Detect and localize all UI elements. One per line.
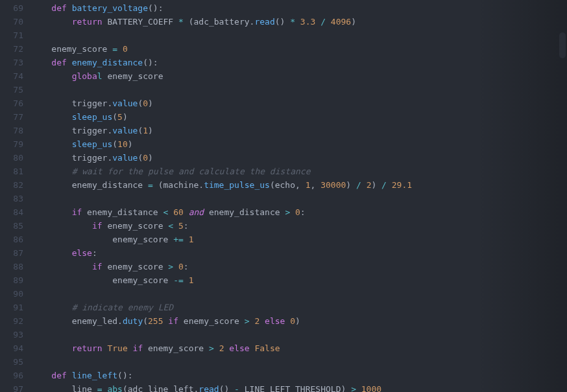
token-pn: enemy_score bbox=[112, 275, 173, 285]
code-line[interactable] bbox=[31, 29, 558, 42]
token-kw: def bbox=[51, 3, 66, 13]
token-call: value bbox=[112, 98, 138, 108]
token-pn: ( bbox=[143, 316, 148, 326]
code-area[interactable]: def battery_voltage(): return BATTERY_CO… bbox=[31, 0, 558, 392]
token-op: / bbox=[381, 180, 387, 190]
line-number: 71 bbox=[0, 29, 23, 42]
token-pn: (machine. bbox=[153, 180, 204, 190]
token-pn: (): bbox=[143, 58, 158, 67]
token-kw: if bbox=[133, 343, 143, 353]
token-pn: , bbox=[311, 180, 321, 190]
code-line[interactable]: sleep_us(10) bbox=[31, 137, 558, 151]
token-pn bbox=[361, 180, 367, 190]
token-op: -= bbox=[173, 275, 184, 285]
line-number: 79 bbox=[0, 137, 23, 151]
token-pn bbox=[184, 207, 189, 217]
token-num: 5 bbox=[178, 221, 184, 231]
token-num: 0 bbox=[123, 44, 128, 54]
token-pn: line bbox=[72, 384, 97, 392]
token-num: 0 bbox=[143, 153, 148, 163]
line-number-gutter: 6970717273747576777879808182838485868788… bbox=[0, 0, 31, 392]
token-pn bbox=[184, 275, 189, 285]
code-line[interactable] bbox=[31, 192, 558, 205]
token-pn bbox=[295, 17, 300, 27]
code-line[interactable] bbox=[31, 355, 558, 369]
code-line[interactable]: def line_left(): bbox=[31, 369, 558, 382]
code-line[interactable]: trigger.value(1) bbox=[31, 124, 558, 137]
line-number: 89 bbox=[0, 273, 23, 287]
token-fn: battery_voltage bbox=[72, 3, 148, 13]
token-num: 1 bbox=[189, 235, 194, 244]
token-pn bbox=[356, 384, 361, 392]
token-pn: : bbox=[92, 248, 97, 258]
token-pn: (): bbox=[148, 3, 163, 13]
token-op: > bbox=[351, 384, 356, 392]
token-pn: enemy_distance bbox=[82, 207, 163, 217]
token-cmt: # indicate enemy LED bbox=[72, 303, 174, 312]
token-call: read bbox=[199, 384, 219, 392]
code-line[interactable]: trigger.value(0) bbox=[31, 97, 558, 110]
token-op: * bbox=[178, 17, 184, 27]
token-pn bbox=[184, 235, 189, 244]
token-op: < bbox=[168, 221, 173, 231]
line-number: 72 bbox=[0, 42, 23, 56]
token-call: sleep_us bbox=[72, 112, 113, 122]
token-pn: enemy_score bbox=[143, 343, 209, 353]
code-line[interactable]: sleep_us(5) bbox=[31, 110, 558, 124]
code-line[interactable]: enemy_led.duty(255 if enemy_score > 2 el… bbox=[31, 314, 558, 328]
token-pn: (adc_battery bbox=[184, 17, 250, 27]
code-line[interactable]: if enemy_score > 0: bbox=[31, 260, 558, 273]
code-line[interactable]: if enemy_distance < 60 and enemy_distanc… bbox=[31, 205, 558, 219]
code-line[interactable]: def enemy_distance(): bbox=[31, 56, 558, 69]
token-kw: return bbox=[72, 343, 103, 353]
token-op: > bbox=[209, 343, 214, 353]
code-line[interactable] bbox=[31, 328, 558, 341]
code-line[interactable]: line = abs(adc_line_left.read() - LINE_L… bbox=[31, 382, 558, 392]
token-fn: enemy_distance bbox=[72, 58, 143, 67]
code-line[interactable] bbox=[31, 287, 558, 301]
token-op: / bbox=[356, 180, 361, 190]
token-pn: ( bbox=[112, 112, 117, 122]
token-pn: ) bbox=[351, 17, 356, 27]
token-pn bbox=[315, 17, 320, 27]
token-pn: trigger. bbox=[72, 153, 113, 163]
line-number: 76 bbox=[0, 97, 23, 110]
token-op: = bbox=[112, 44, 117, 54]
line-number: 97 bbox=[0, 382, 23, 392]
code-line[interactable]: # wait for the pulse and calculate the d… bbox=[31, 165, 558, 178]
token-pn: () bbox=[219, 384, 234, 392]
token-pn: (echo, bbox=[270, 180, 306, 190]
token-pn bbox=[67, 58, 72, 67]
line-number: 94 bbox=[0, 341, 23, 355]
code-line[interactable]: # indicate enemy LED bbox=[31, 301, 558, 314]
code-line[interactable]: return True if enemy_score > 2 else Fals… bbox=[31, 341, 558, 355]
code-line[interactable]: enemy_score -= 1 bbox=[31, 273, 558, 287]
code-line[interactable]: if enemy_score < 5: bbox=[31, 219, 558, 233]
token-call: read bbox=[254, 17, 274, 27]
line-number: 87 bbox=[0, 246, 23, 260]
line-number: 82 bbox=[0, 178, 23, 192]
token-pn: ) bbox=[148, 98, 153, 108]
scroll-thumb[interactable] bbox=[559, 32, 566, 58]
line-number: 83 bbox=[0, 192, 23, 205]
code-line[interactable]: enemy_score += 1 bbox=[31, 233, 558, 246]
code-line[interactable]: enemy_score = 0 bbox=[31, 42, 558, 56]
token-num: 4096 bbox=[331, 17, 351, 27]
token-pn: enemy_led. bbox=[72, 316, 123, 326]
token-op: * bbox=[290, 17, 295, 27]
token-pn: ) bbox=[346, 180, 356, 190]
token-pn: : bbox=[184, 221, 189, 231]
code-line[interactable]: def battery_voltage(): bbox=[31, 1, 558, 15]
code-line[interactable]: return BATTERY_COEFF * (adc_battery.read… bbox=[31, 15, 558, 29]
code-line[interactable]: global enemy_score bbox=[31, 69, 558, 83]
code-editor[interactable]: 6970717273747576777879808182838485868788… bbox=[0, 0, 567, 392]
line-number: 75 bbox=[0, 83, 23, 97]
token-num: 29.1 bbox=[392, 180, 412, 190]
code-line[interactable]: trigger.value(0) bbox=[31, 151, 558, 165]
vertical-scrollbar[interactable] bbox=[558, 0, 567, 392]
code-line[interactable]: else: bbox=[31, 246, 558, 260]
token-pn: enemy_score bbox=[103, 221, 169, 231]
code-line[interactable]: enemy_distance = (machine.time_pulse_us(… bbox=[31, 178, 558, 192]
code-line[interactable] bbox=[31, 83, 558, 97]
token-pn bbox=[387, 180, 392, 190]
